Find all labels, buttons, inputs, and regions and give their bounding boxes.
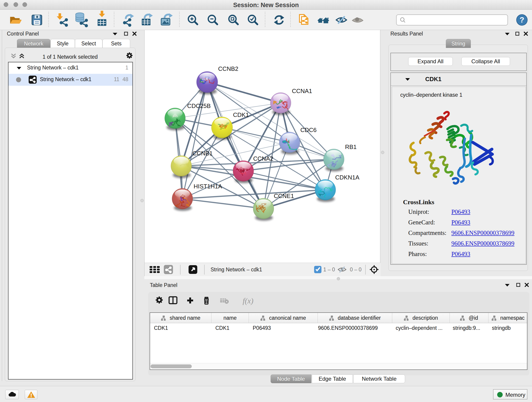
svg-text:CDC25B: CDC25B — [187, 102, 211, 109]
svg-text:CCNA1: CCNA1 — [292, 88, 312, 95]
svg-text:HIST1H1A: HIST1H1A — [194, 183, 222, 190]
svg-text:CCNE1: CCNE1 — [274, 192, 294, 199]
svg-text:CDK1: CDK1 — [233, 111, 249, 118]
svg-text:CDKN1A: CDKN1A — [335, 174, 360, 181]
svg-text:1 – 0: 1 – 0 — [323, 267, 335, 273]
svg-text:CCNB1: CCNB1 — [192, 150, 213, 157]
svg-text:f(x): f(x) — [243, 297, 253, 305]
svg-text:RB1: RB1 — [345, 143, 357, 150]
svg-text:CDC6: CDC6 — [300, 127, 317, 133]
svg-text:CCNB2: CCNB2 — [218, 65, 238, 72]
svg-text:CCNA2: CCNA2 — [253, 155, 273, 162]
svg-text:String Network – cdk1: String Network – cdk1 — [210, 267, 262, 273]
svg-text:0 – 0: 0 – 0 — [350, 267, 361, 273]
svg-text:?: ? — [520, 16, 525, 24]
